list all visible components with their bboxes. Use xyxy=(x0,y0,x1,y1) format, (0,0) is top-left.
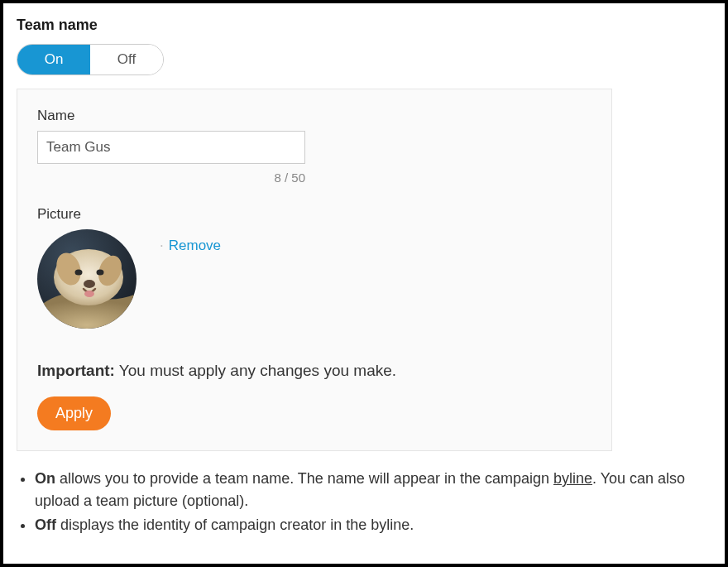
note-on-bold: On xyxy=(35,470,55,487)
name-input[interactable] xyxy=(37,131,305,164)
display-toggle: On Off xyxy=(17,44,164,75)
note-off-text: displays the identity of campaign creato… xyxy=(56,517,414,533)
apply-button[interactable]: Apply xyxy=(37,396,111,430)
remove-picture-link[interactable]: Remove xyxy=(169,238,221,253)
note-off: Off displays the identity of campaign cr… xyxy=(35,514,711,536)
important-note: Important: You must apply any changes yo… xyxy=(37,362,592,380)
settings-panel: Name 8 / 50 Picture xyxy=(17,89,612,451)
note-on: On allows you to provide a team name. Th… xyxy=(35,468,711,512)
separator-dot: · xyxy=(160,238,164,253)
team-avatar[interactable] xyxy=(37,229,136,329)
svg-point-7 xyxy=(84,291,94,297)
name-counter: 8 / 50 xyxy=(37,171,305,185)
important-label: Important: xyxy=(37,362,115,379)
section-title: Team name xyxy=(17,17,711,34)
picture-label: Picture xyxy=(37,206,592,223)
toggle-on[interactable]: On xyxy=(17,45,90,74)
note-on-text-a: allows you to provide a team name. The n… xyxy=(55,470,553,487)
important-text: You must apply any changes you make. xyxy=(115,362,396,379)
help-notes: On allows you to provide a team name. Th… xyxy=(17,468,711,536)
toggle-off[interactable]: Off xyxy=(90,45,163,74)
name-label: Name xyxy=(37,108,592,124)
byline-link[interactable]: byline xyxy=(553,470,592,487)
svg-point-5 xyxy=(97,270,104,276)
svg-point-4 xyxy=(75,270,83,276)
note-off-bold: Off xyxy=(35,517,56,533)
svg-point-6 xyxy=(84,280,95,288)
